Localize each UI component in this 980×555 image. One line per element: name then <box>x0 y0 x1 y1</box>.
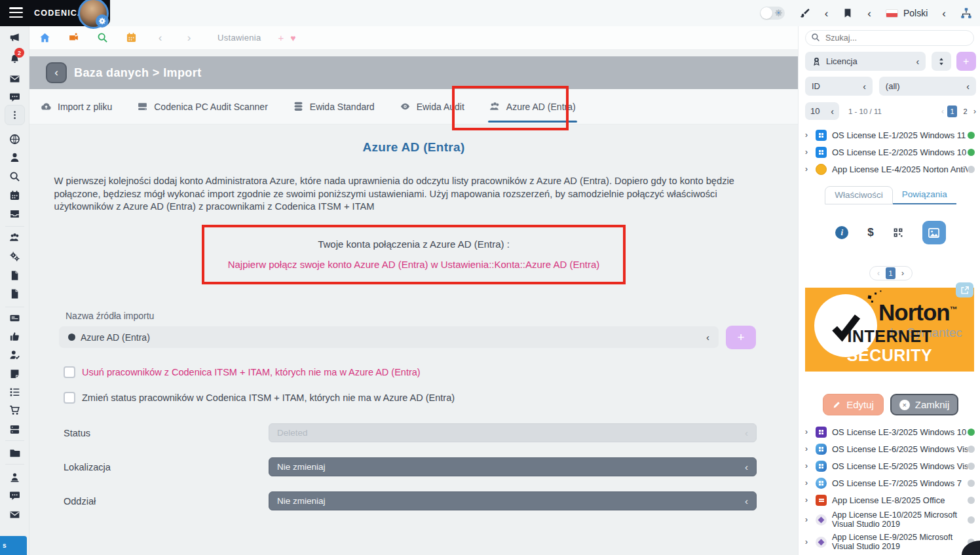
info-icon[interactable]: i <box>835 226 848 239</box>
entity-filter-select[interactable]: Licencja ‹ <box>805 52 926 71</box>
nav-forward-chevron[interactable]: › <box>183 31 195 45</box>
open-external-icon[interactable] <box>956 282 973 297</box>
expand-chevron-icon[interactable]: › <box>805 478 813 488</box>
theme-collapse-chevron[interactable]: ‹ <box>825 8 829 19</box>
image-view-button[interactable] <box>922 221 946 244</box>
add-license-button[interactable]: + <box>956 52 976 71</box>
sort-button[interactable] <box>932 52 951 71</box>
megaphone-icon[interactable] <box>0 32 29 44</box>
page-prev-chevron[interactable]: ‹ <box>941 107 944 116</box>
list-item[interactable]: › OS License LE-3/2025 Windows 10 <box>805 423 976 440</box>
hamburger-menu-icon[interactable] <box>9 7 23 18</box>
bookmark-collapse-chevron[interactable]: ‹ <box>867 8 871 19</box>
detail-prev-chevron[interactable]: ‹ <box>877 269 880 278</box>
user-check-icon[interactable] <box>0 349 29 361</box>
import-source-select[interactable]: Azure AD (Entra) ‹ <box>59 326 719 348</box>
tab-pc-audit-scanner[interactable]: Codenica PC Audit Scanner <box>137 89 268 124</box>
checklist-icon[interactable] <box>0 387 29 398</box>
expand-chevron-icon[interactable]: › <box>805 495 813 505</box>
tab-azure-ad-entra[interactable]: Azure AD (Entra) <box>489 89 576 124</box>
breadcrumb-add-icon[interactable]: + <box>278 32 284 43</box>
detail-page-1[interactable]: 1 <box>886 267 895 279</box>
qr-code-icon[interactable] <box>893 227 903 238</box>
page-size-select[interactable]: 10 ‹ <box>805 102 839 120</box>
folder-icon[interactable] <box>0 448 29 459</box>
presenter-icon[interactable] <box>0 472 29 484</box>
theme-toggle[interactable] <box>760 7 785 20</box>
checkbox-delete-employees[interactable] <box>64 366 75 378</box>
sidebar-active-menu-item[interactable] <box>5 105 25 125</box>
document-alt-icon[interactable] <box>0 288 29 300</box>
tab-wlasciwosci[interactable]: Właściwości <box>825 186 893 204</box>
close-button[interactable]: × Zamknij <box>890 394 958 415</box>
gears-icon[interactable] <box>0 251 29 263</box>
chat-alt-icon[interactable] <box>0 490 29 502</box>
language-collapse-chevron[interactable]: ‹ <box>942 8 946 19</box>
calendar-toolbar-icon[interactable] <box>126 32 137 43</box>
server-icon[interactable] <box>0 424 29 436</box>
chat-icon[interactable] <box>0 92 29 104</box>
avatar-settings-icon[interactable] <box>96 14 109 28</box>
list-item[interactable]: › OS License LE-7/2025 Windows 7 <box>805 474 976 491</box>
all-filter-select[interactable]: (all) ‹ <box>879 77 976 96</box>
accounts-settings-link[interactable]: Najpierw połącz swoje konto Azure AD (En… <box>228 259 600 270</box>
list-item[interactable]: › OS License LE-1/2025 Windows 11 <box>805 126 976 144</box>
page-1-button[interactable]: 1 <box>947 105 957 117</box>
expand-chevron-icon[interactable]: › <box>805 130 813 140</box>
home-icon[interactable] <box>39 32 50 43</box>
back-button[interactable]: ‹ <box>46 62 67 83</box>
expand-chevron-icon[interactable]: › <box>805 461 813 470</box>
list-item[interactable]: › App License LE-4/2025 Norton AntiVirus <box>805 161 976 178</box>
expand-chevron-icon[interactable]: › <box>805 444 813 453</box>
sitemap-icon[interactable] <box>960 7 972 19</box>
list-item[interactable]: › App License LE-10/2025 Microsoft Visua… <box>805 508 976 531</box>
thumbs-up-icon[interactable] <box>0 331 29 343</box>
tab-import-z-pliku[interactable]: Import z pliku <box>41 89 112 124</box>
expand-chevron-icon[interactable]: › <box>805 537 813 546</box>
expand-chevron-icon[interactable]: › <box>805 427 813 436</box>
sidebar-search-input[interactable] <box>805 30 974 46</box>
user-icon[interactable] <box>0 152 29 164</box>
edit-button[interactable]: Edytuj <box>823 394 884 415</box>
expand-chevron-icon[interactable]: › <box>805 164 813 174</box>
department-select[interactable]: Nie zmieniaj ‹ <box>269 491 757 510</box>
expand-chevron-icon[interactable]: › <box>805 147 813 157</box>
bookmark-icon[interactable] <box>842 8 853 18</box>
tab-ewida-audit[interactable]: Ewida Audit <box>400 89 464 124</box>
mail-alt-icon[interactable] <box>0 509 29 521</box>
paintbrush-icon[interactable] <box>799 8 810 19</box>
notifications-bell-icon[interactable]: 2 <box>0 54 29 66</box>
list-item[interactable]: › App License LE-8/2025 Office <box>805 491 976 508</box>
location-select[interactable]: Nie zmieniaj ‹ <box>269 457 757 476</box>
checkbox-change-status[interactable] <box>64 392 75 404</box>
checkbox-delete-label: Usuń pracowników z Codenica ITSM + ITAM,… <box>82 367 421 377</box>
search-icon[interactable] <box>0 171 29 183</box>
list-item[interactable]: › App License LE-9/2025 Microsoft Visual… <box>805 531 976 553</box>
cart-icon[interactable] <box>0 405 29 417</box>
document-icon[interactable] <box>0 270 29 282</box>
list-item[interactable]: › OS License LE-5/2025 Windows Vista <box>805 457 976 474</box>
nav-back-chevron[interactable]: ‹ <box>155 31 166 45</box>
add-source-button[interactable]: + <box>726 326 756 349</box>
favorite-heart-icon[interactable]: ♥ <box>290 33 295 43</box>
tab-powiazania[interactable]: Powiązania <box>893 186 956 204</box>
page-next-chevron[interactable]: › <box>973 107 976 116</box>
note-icon[interactable] <box>0 368 29 380</box>
language-selector[interactable]: Polski <box>886 8 928 18</box>
page-2-button[interactable]: 2 <box>960 105 970 117</box>
card-icon[interactable] <box>0 313 29 324</box>
price-icon[interactable]: $ <box>867 226 873 239</box>
mail-icon[interactable] <box>0 73 29 85</box>
detail-next-chevron[interactable]: › <box>901 269 904 278</box>
calendar-icon[interactable] <box>0 190 29 202</box>
search-toolbar-icon[interactable] <box>97 32 108 43</box>
tab-ewida-standard[interactable]: Ewida Standard <box>293 89 375 124</box>
team-icon[interactable] <box>0 232 29 244</box>
id-sort-select[interactable]: ID ‹ <box>805 77 873 96</box>
expand-chevron-icon[interactable]: › <box>805 515 813 524</box>
products-icon[interactable] <box>68 32 79 43</box>
list-item[interactable]: › OS License LE-2/2025 Windows 10 <box>805 144 976 161</box>
list-item[interactable]: › OS License LE-6/2025 Windows Vista <box>805 440 976 457</box>
globe-icon[interactable] <box>0 134 29 145</box>
inbox-icon[interactable] <box>0 208 29 220</box>
